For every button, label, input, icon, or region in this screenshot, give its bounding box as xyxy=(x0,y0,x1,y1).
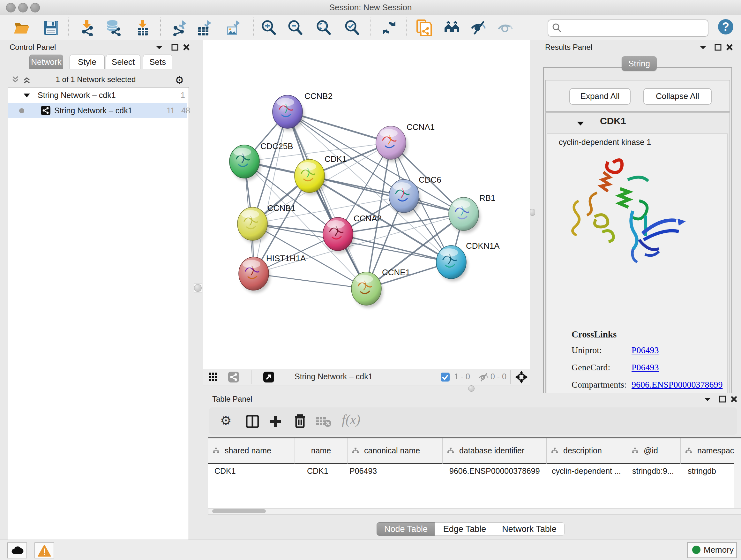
expand-all-button[interactable]: Expand All xyxy=(569,88,630,105)
network-row[interactable]: String Network – cdk1 11 48 xyxy=(8,103,187,118)
crosslink-link[interactable]: P06493 xyxy=(631,362,659,373)
tab-network-table[interactable]: Network Table xyxy=(494,522,564,536)
export-image-button[interactable] xyxy=(224,19,241,36)
column-header-database-identifier[interactable]: database identifier xyxy=(443,438,547,464)
selected-checkbox-icon[interactable] xyxy=(441,373,450,381)
panel-float-icon[interactable] xyxy=(719,395,726,403)
tab-edge-table[interactable]: Edge Table xyxy=(434,522,495,536)
panel-menu-icon[interactable] xyxy=(703,396,712,402)
create-column-icon[interactable] xyxy=(268,415,282,428)
network-canvas[interactable]: CCNB2CCNA1CDC25BCDK1CDC6RB1CCNB1CCNA2CDK… xyxy=(203,40,530,369)
import-network-database-button[interactable] xyxy=(105,19,122,36)
warnings-button[interactable] xyxy=(35,543,54,558)
node-CCNA1[interactable] xyxy=(376,126,408,162)
scrollbar-thumb[interactable] xyxy=(212,509,266,513)
grid-view-icon[interactable] xyxy=(208,372,218,382)
table-cell[interactable]: P06493 xyxy=(349,466,435,476)
table-cell[interactable]: cyclin-dependent ... xyxy=(552,466,623,476)
column-header-name[interactable]: name xyxy=(295,438,347,464)
fit-content-crosshair-icon[interactable] xyxy=(515,370,528,384)
export-table-button[interactable] xyxy=(196,19,212,36)
panel-menu-icon[interactable] xyxy=(699,45,707,51)
table-vertical-scrollbar[interactable] xyxy=(734,438,741,515)
duplicate-network-button[interactable] xyxy=(416,19,432,36)
delete-column-trash-icon[interactable] xyxy=(293,413,307,429)
import-network-file-button[interactable] xyxy=(79,19,95,36)
panel-close-icon[interactable] xyxy=(183,44,190,51)
show-all-button[interactable] xyxy=(497,19,514,36)
bottom-splitter-handle[interactable] xyxy=(468,385,475,392)
node-CCNE1[interactable] xyxy=(351,272,383,308)
import-table-file-button[interactable] xyxy=(134,19,151,36)
table-cell[interactable]: CDK1 xyxy=(214,466,292,476)
network-options-gear-icon[interactable]: ⚙ xyxy=(175,74,184,86)
node-CCNA2[interactable] xyxy=(323,217,354,253)
first-neighbors-button[interactable] xyxy=(444,19,460,36)
hide-selected-button[interactable] xyxy=(470,19,487,36)
column-header-shared-name[interactable]: shared name xyxy=(208,438,295,464)
node-CCNB1[interactable] xyxy=(238,207,269,243)
protein-name: CDK1 xyxy=(600,116,626,126)
save-session-button[interactable] xyxy=(43,19,59,36)
collapse-all-button[interactable]: Collapse All xyxy=(643,88,712,105)
left-splitter-handle[interactable] xyxy=(194,284,202,292)
export-network-button[interactable] xyxy=(171,19,188,36)
selected-count: 1 - 0 xyxy=(454,372,470,381)
show-columns-icon[interactable] xyxy=(246,415,259,428)
panel-menu-icon[interactable] xyxy=(155,45,163,51)
node-CDKN1A[interactable] xyxy=(436,246,468,281)
left-splitter[interactable] xyxy=(192,40,203,540)
crosslink-link[interactable]: P06493 xyxy=(631,345,659,355)
table-cell[interactable]: stringdb:9... xyxy=(632,466,676,476)
table-cell[interactable]: CDK1 xyxy=(307,466,350,476)
table-options-gear-icon[interactable]: ⚙ xyxy=(220,413,232,428)
tab-sets[interactable]: Sets xyxy=(143,55,172,69)
string-results-box: Expand All Collapse All CDK1 cyclin-depe… xyxy=(543,67,732,416)
panel-float-icon[interactable] xyxy=(171,44,179,51)
panel-float-icon[interactable] xyxy=(714,44,722,51)
node-CDC25B[interactable] xyxy=(229,145,261,181)
birdseye-view-icon[interactable] xyxy=(263,372,274,382)
column-header-namespace[interactable]: namespace xyxy=(681,438,741,464)
collection-expand-icon[interactable] xyxy=(23,93,30,98)
cloud-status-button[interactable] xyxy=(7,543,27,558)
node-HIST1H1A[interactable] xyxy=(239,257,270,293)
node-CDK1[interactable] xyxy=(294,159,326,195)
table-cell[interactable]: 9606.ENSP00000378699 xyxy=(449,466,544,476)
tab-node-table[interactable]: Node Table xyxy=(377,522,435,536)
zoom-in-button[interactable] xyxy=(260,19,277,36)
node-label-CDKN1A: CDKN1A xyxy=(466,241,500,251)
right-splitter[interactable] xyxy=(530,40,535,385)
column-header--id[interactable]: @id xyxy=(627,438,681,464)
column-header-description[interactable]: description xyxy=(547,438,627,464)
zoom-selected-button[interactable] xyxy=(344,19,360,36)
tab-network[interactable]: Network xyxy=(29,55,63,69)
node-CDC6[interactable] xyxy=(389,179,421,215)
search-input[interactable] xyxy=(565,21,703,35)
refresh-button[interactable] xyxy=(381,19,398,36)
network-collection-row[interactable]: String Network – cdk1 1 xyxy=(8,87,187,103)
node-CCNB2[interactable] xyxy=(273,95,304,131)
open-session-button[interactable] xyxy=(13,19,30,36)
column-label: shared name xyxy=(225,446,271,455)
network-list-view-icon[interactable] xyxy=(228,372,239,382)
zoom-fit-button[interactable] xyxy=(315,19,332,36)
protein-section-collapse-icon[interactable] xyxy=(576,121,585,126)
table-cell[interactable]: stringdb xyxy=(688,466,738,476)
tab-string[interactable]: String xyxy=(622,56,657,71)
network-mapped-column-icon xyxy=(212,447,219,454)
panel-close-icon[interactable] xyxy=(730,395,738,403)
edge-HIST1H1A-CCNE1[interactable] xyxy=(254,273,366,289)
crosslink-link[interactable]: 9606.ENSP00000378699 xyxy=(631,380,723,390)
edge-CCNB2-HIST1H1A[interactable] xyxy=(254,112,287,273)
node-RB1[interactable] xyxy=(449,197,480,233)
table-horizontal-scrollbar[interactable] xyxy=(208,508,741,515)
tab-select[interactable]: Select xyxy=(106,55,140,69)
main-toolbar: ? xyxy=(0,15,741,40)
memory-button[interactable]: Memory xyxy=(687,542,737,558)
tab-style[interactable]: Style xyxy=(70,55,105,69)
column-header-canonical-name[interactable]: canonical name xyxy=(347,438,443,464)
panel-close-icon[interactable] xyxy=(726,44,733,51)
help-button[interactable]: ? xyxy=(718,18,734,35)
zoom-out-button[interactable] xyxy=(287,19,304,36)
